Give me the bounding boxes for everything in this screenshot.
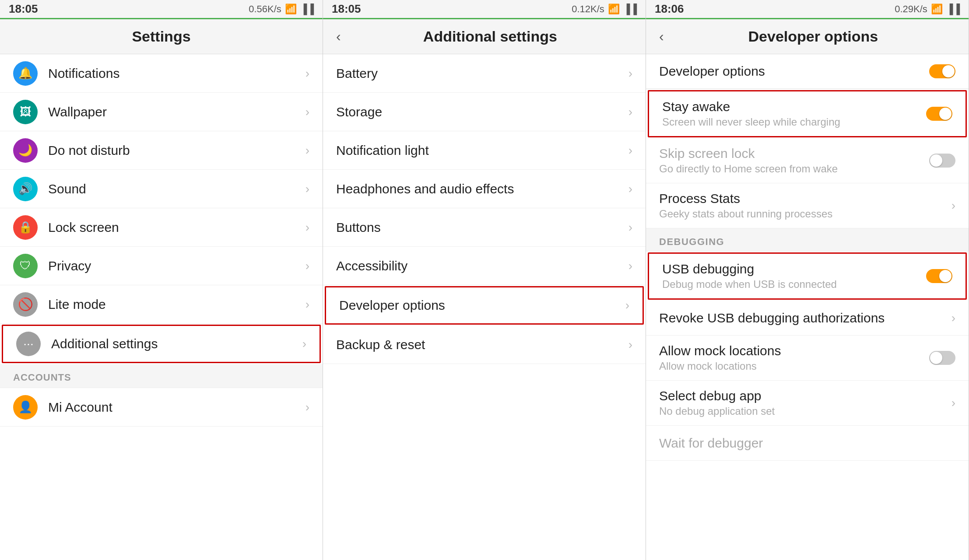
chevron-notification-light: › [628, 144, 632, 158]
usb-debugging-toggle[interactable] [926, 269, 952, 283]
additional-item-developer-options[interactable]: Developer options › [325, 286, 644, 325]
dev-item-process-stats[interactable]: Process Stats Geeky stats about running … [646, 183, 969, 228]
additional-item-accessibility[interactable]: Accessibility › [323, 247, 646, 285]
headphones-label: Headphones and audio effects [336, 182, 623, 196]
chevron-headphones: › [628, 182, 632, 196]
dev-item-usb-debugging[interactable]: USB debugging Debug mode when USB is con… [648, 252, 967, 300]
accounts-section-header: ACCOUNTS [0, 364, 323, 388]
wifi-icon-2: 📶 [608, 4, 620, 15]
chevron-buttons: › [628, 220, 632, 234]
chevron-do-not-disturb: › [305, 144, 309, 158]
network-speed-1: 0.56K/s [249, 4, 281, 15]
signal-icon-3: ▐▐ [946, 4, 960, 15]
do-not-disturb-icon: 🌙 [13, 138, 38, 163]
privacy-label: Privacy [48, 259, 300, 273]
usb-debugging-subtitle: Debug mode when USB is connected [662, 278, 926, 290]
additional-item-notification-light[interactable]: Notification light › [323, 131, 646, 170]
settings-item-notifications[interactable]: 🔔 Notifications › [0, 54, 323, 93]
status-icons-3: 0.29K/s 📶 ▐▐ [895, 4, 960, 15]
additional-settings-panel: 18:05 0.12K/s 📶 ▐▐ ‹ Additional settings… [323, 0, 646, 560]
chevron-lock-screen: › [305, 220, 309, 234]
status-bar-3: 18:06 0.29K/s 📶 ▐▐ [646, 0, 969, 19]
status-bar-2: 18:05 0.12K/s 📶 ▐▐ [323, 0, 646, 19]
chevron-accessibility: › [628, 259, 632, 273]
chevron-wallpaper: › [305, 105, 309, 119]
back-button-3[interactable]: ‹ [659, 28, 664, 45]
notifications-icon: 🔔 [13, 61, 38, 86]
mi-account-label: Mi Account [48, 400, 300, 415]
dev-item-skip-screen-lock[interactable]: Skip screen lock Go directly to Home scr… [646, 138, 969, 183]
network-speed-3: 0.29K/s [895, 4, 927, 15]
lock-screen-label: Lock screen [48, 220, 300, 235]
privacy-icon: 🛡 [13, 254, 38, 278]
mock-locations-subtitle: Allow mock locations [659, 360, 929, 372]
time-3: 18:06 [655, 2, 684, 16]
settings-item-sound[interactable]: 🔊 Sound › [0, 170, 323, 208]
additional-item-buttons[interactable]: Buttons › [323, 208, 646, 247]
wait-debugger-title: Wait for debugger [659, 436, 955, 451]
wallpaper-label: Wallpaper [48, 105, 300, 119]
settings-panel: 18:05 0.56K/s 📶 ▐▐ Settings 🔔 Notificati… [0, 0, 323, 560]
status-bar-1: 18:05 0.56K/s 📶 ▐▐ [0, 0, 323, 19]
chevron-battery: › [628, 66, 632, 80]
settings-item-wallpaper[interactable]: 🖼 Wallpaper › [0, 93, 323, 131]
additional-settings-list: Battery › Storage › Notification light ›… [323, 54, 646, 560]
network-speed-2: 0.12K/s [572, 4, 604, 15]
dev-item-mock-locations[interactable]: Allow mock locations Allow mock location… [646, 336, 969, 381]
dev-item-revoke-usb[interactable]: Revoke USB debugging authorizations › [646, 301, 969, 336]
back-button-2[interactable]: ‹ [336, 28, 341, 45]
dev-options-master-label: Developer options [659, 64, 929, 79]
stay-awake-toggle[interactable] [926, 107, 952, 121]
top-bar-2: ‹ Additional settings [323, 19, 646, 54]
skip-screen-lock-title: Skip screen lock [659, 146, 929, 161]
lock-screen-icon: 🔒 [13, 215, 38, 240]
chevron-storage: › [628, 105, 632, 119]
chevron-revoke-usb: › [951, 311, 955, 325]
chevron-lite-mode: › [305, 298, 309, 312]
skip-screen-lock-toggle[interactable] [929, 154, 955, 168]
settings-item-additional-settings[interactable]: ··· Additional settings › [2, 325, 321, 363]
skip-screen-lock-subtitle: Go directly to Home screen from wake [659, 163, 929, 175]
chevron-privacy: › [305, 259, 309, 273]
mi-account-icon: 👤 [13, 395, 38, 420]
developer-options-label: Developer options [339, 298, 620, 313]
chevron-backup-reset: › [628, 338, 632, 352]
mock-locations-toggle[interactable] [929, 351, 955, 365]
usb-debugging-toggle-thumb [939, 270, 951, 282]
mock-locations-toggle-thumb [930, 352, 942, 364]
process-stats-subtitle: Geeky stats about running processes [659, 208, 946, 220]
backup-reset-label: Backup & reset [336, 337, 623, 352]
time-1: 18:05 [9, 2, 38, 16]
dev-item-select-debug-app[interactable]: Select debug app No debug application se… [646, 381, 969, 426]
select-debug-app-title: Select debug app [659, 388, 946, 403]
buttons-label: Buttons [336, 220, 623, 235]
dev-options-master-row: Developer options [646, 54, 969, 89]
page-title-2: Additional settings [348, 28, 632, 45]
additional-item-headphones[interactable]: Headphones and audio effects › [323, 170, 646, 208]
notifications-label: Notifications [48, 66, 300, 81]
settings-item-mi-account[interactable]: 👤 Mi Account › [0, 388, 323, 427]
dev-options-master-toggle[interactable] [929, 64, 955, 78]
dev-options-toggle-thumb [942, 65, 955, 77]
wallpaper-icon: 🖼 [13, 100, 38, 124]
do-not-disturb-label: Do not disturb [48, 143, 300, 158]
settings-list: 🔔 Notifications › 🖼 Wallpaper › 🌙 Do not… [0, 54, 323, 560]
stay-awake-subtitle: Screen will never sleep while charging [662, 116, 926, 128]
additional-item-battery[interactable]: Battery › [323, 54, 646, 93]
settings-item-lock-screen[interactable]: 🔒 Lock screen › [0, 208, 323, 247]
settings-item-do-not-disturb[interactable]: 🌙 Do not disturb › [0, 131, 323, 170]
settings-item-lite-mode[interactable]: 🚫 Lite mode › [0, 285, 323, 324]
accessibility-label: Accessibility [336, 259, 623, 273]
sound-icon: 🔊 [13, 177, 38, 201]
dev-item-stay-awake[interactable]: Stay awake Screen will never sleep while… [648, 90, 967, 137]
usb-debugging-title: USB debugging [662, 262, 926, 276]
settings-item-privacy[interactable]: 🛡 Privacy › [0, 247, 323, 285]
skip-screen-lock-toggle-thumb [930, 154, 942, 167]
additional-settings-icon: ··· [16, 332, 41, 356]
lite-mode-label: Lite mode [48, 297, 300, 312]
top-bar-3: ‹ Developer options [646, 19, 969, 54]
additional-item-backup-reset[interactable]: Backup & reset › [323, 326, 646, 364]
lite-mode-icon: 🚫 [13, 292, 38, 317]
revoke-usb-title: Revoke USB debugging authorizations [659, 311, 946, 326]
additional-item-storage[interactable]: Storage › [323, 93, 646, 131]
